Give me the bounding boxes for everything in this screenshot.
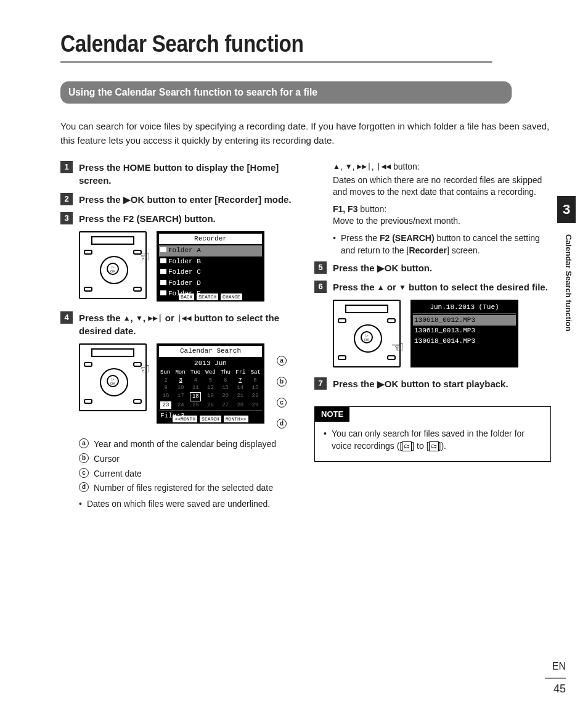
cal-day: 7 [235, 377, 246, 385]
left-notes: Dates on which files were saved are unde… [79, 498, 297, 511]
t: button: [357, 204, 386, 214]
legend-text: Year and month of the calendar being dis… [94, 438, 276, 451]
figure-step6: ▷OK ☞ Jun.18.2013 (Tue) 130618_0012.MP3 … [333, 300, 551, 367]
rewind-icon: |◀◀ [377, 161, 391, 172]
t: Press the [341, 233, 380, 243]
folder-e-icon: 🗂 [429, 441, 439, 451]
t: ] screen. [447, 245, 480, 255]
t: ▶OK [377, 263, 399, 273]
rewind-icon: |◀◀ [177, 313, 191, 324]
step-7: 7 Press the ▶OK button to start playback… [314, 377, 551, 390]
language-indicator: EN [552, 661, 566, 672]
callout-c: c [277, 398, 287, 408]
lcd-item: Folder D [168, 279, 201, 287]
t: Press the [333, 379, 377, 389]
softkey-next-month: MONTH>> [224, 416, 248, 422]
t: ] mode. [258, 194, 291, 205]
lcd-item: 130618_0013.MP3 [413, 326, 516, 336]
t: button. [398, 263, 432, 273]
callout-b: b [79, 453, 89, 463]
down-arrow-icon: ▼ [399, 282, 406, 293]
figure-step4: ▷OK ☞ Calendar Search 2013 Jun SunMonTue… [79, 343, 297, 429]
t: Press the [79, 213, 123, 224]
t: Home [250, 162, 276, 173]
dow: Fri [235, 369, 245, 377]
t: or [163, 313, 177, 323]
up-arrow-icon: ▲ [333, 162, 340, 172]
fast-forward-icon: ▶▶| [148, 313, 162, 324]
device-diagram: ▷OK ☞ [79, 343, 147, 411]
lcd-title: Calendar Search [159, 346, 262, 356]
dow: Thu [221, 369, 231, 377]
note-label: NOTE [315, 407, 349, 422]
step-6: 6 Press the ▲ or ▼ button to select the … [314, 281, 551, 293]
lcd-item: Folder B [168, 258, 201, 265]
legend-text: Number of files registered for the selec… [94, 482, 273, 494]
t: Press the [79, 162, 123, 173]
t: F2 (SEARCH) [380, 233, 435, 243]
step-number: 1 [60, 161, 73, 173]
t: button. [182, 213, 216, 224]
legend-text: Cursor [94, 453, 120, 466]
bullet-text: Dates on which files were saved are unde… [87, 498, 270, 511]
callout-d: d [277, 419, 287, 429]
cal-today: 23 [160, 401, 171, 409]
legend: aYear and month of the calendar being di… [79, 438, 297, 494]
cal-day: 2 [160, 377, 171, 385]
softkey-search: SEARCH [200, 416, 221, 422]
step-5: 5 Press the ▶OK button. [314, 261, 551, 274]
pointing-hand-icon: ☞ [137, 358, 150, 379]
step-1: 1 Press the HOME button to display the [… [60, 161, 297, 187]
arrow-buttons-desc: ▲, ▼, ▶▶|, |◀◀ button: Dates on which th… [333, 161, 551, 199]
device-diagram: ▷OK ☞ [79, 231, 147, 299]
softkey-back: BACK [179, 293, 194, 300]
step-2: 2 Press the ▶OK button to enter [Recorde… [60, 193, 297, 206]
step-number: 7 [314, 377, 327, 390]
chapter-tab: 3 [557, 196, 576, 223]
fast-forward-icon: ▶▶| [357, 161, 371, 172]
t: or [385, 282, 399, 292]
t: Press the [79, 313, 123, 323]
dow: Tue [190, 369, 200, 377]
t: ). [441, 441, 446, 451]
down-arrow-icon: ▼ [136, 313, 143, 324]
step-number: 6 [314, 281, 327, 293]
step-number: 2 [60, 193, 73, 205]
down-arrow-icon: ▼ [345, 162, 353, 172]
page-number: 45 [545, 678, 566, 696]
t: Press the [333, 263, 377, 273]
t: Press the [333, 282, 377, 292]
step-number: 5 [314, 261, 327, 274]
softkey-change: CHANGE [221, 293, 242, 300]
left-column: 1 Press the HOME button to display the [… [60, 161, 297, 512]
callout-a: a [277, 356, 287, 366]
dow: Sun [160, 369, 170, 377]
t: button to start playback. [398, 379, 508, 389]
callout-labels: a b c d [277, 343, 287, 429]
t: F1, F3 [333, 204, 357, 214]
t: Press the [79, 194, 123, 205]
t: button: [391, 162, 420, 171]
up-arrow-icon: ▲ [377, 282, 385, 293]
figure-step3: ▷OK ☞ Recorder Folder A Folder B Folder … [79, 231, 297, 302]
desc-text: Dates on which there are no recorded fil… [333, 174, 551, 199]
note-box: NOTE You can only search for files saved… [314, 406, 551, 461]
lcd-recorder-screen: Recorder Folder A Folder B Folder C Fold… [157, 231, 264, 302]
t: button to display the [ [151, 162, 250, 173]
lcd-item: Folder A [168, 247, 201, 254]
step-number: 3 [60, 212, 73, 224]
softkey-search: SEARCH [197, 293, 218, 300]
section-heading: Using the Calendar Search function to se… [60, 81, 512, 104]
lcd-item: Folder C [168, 268, 201, 276]
lcd-calendar-screen: Calendar Search 2013 Jun SunMonTueWedThu… [157, 343, 264, 424]
pointing-hand-icon: ☞ [391, 337, 404, 358]
intro-paragraph: You can search for voice files by specif… [60, 120, 551, 147]
lcd-month: 2013 Jun [159, 358, 262, 369]
lcd-file-list: Jun.18.2013 (Tue) 130618_0012.MP3 130618… [410, 300, 518, 367]
cal-day: 4 [190, 377, 201, 385]
t: to [414, 441, 426, 451]
dow: Mon [175, 369, 185, 377]
lcd-item: 130618_0012.MP3 [413, 315, 516, 326]
t: F2 (SEARCH) [123, 213, 182, 224]
t: You can only search for files saved in t… [332, 429, 525, 451]
